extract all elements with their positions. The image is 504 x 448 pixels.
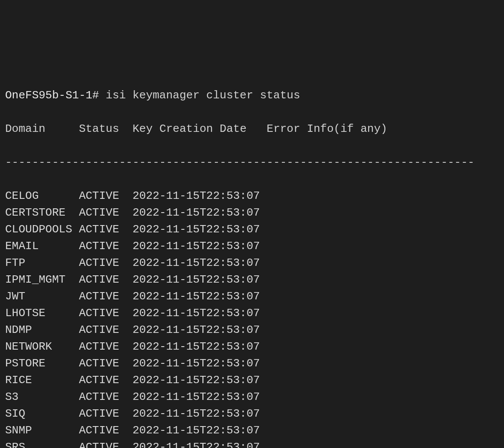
cell-status: ACTIVE (79, 340, 133, 353)
cell-domain: S3 (5, 390, 79, 403)
cell-status: ACTIVE (79, 441, 133, 448)
cell-domain: SIQ (5, 407, 79, 420)
table-row: IPMI_MGMT ACTIVE 2022-11-15T22:53:07 (5, 271, 499, 288)
cell-date: 2022-11-15T22:53:07 (132, 223, 260, 236)
cell-status: ACTIVE (79, 307, 133, 320)
cell-status: ACTIVE (79, 206, 133, 219)
table-body: CELOG ACTIVE 2022-11-15T22:53:07CERTSTOR… (5, 188, 499, 448)
cell-domain: SRS (5, 441, 79, 448)
cell-domain: EMAIL (5, 240, 79, 253)
cell-date: 2022-11-15T22:53:07 (132, 256, 260, 269)
cell-status: ACTIVE (79, 189, 133, 202)
table-row: SRS ACTIVE 2022-11-15T22:53:07 (5, 439, 499, 448)
cell-date: 2022-11-15T22:53:07 (132, 273, 260, 286)
header-key-creation-date: Key Creation Date (132, 122, 246, 135)
table-row: CELOG ACTIVE 2022-11-15T22:53:07 (5, 188, 499, 204)
table-row: NDMP ACTIVE 2022-11-15T22:53:07 (5, 322, 499, 338)
cell-date: 2022-11-15T22:53:07 (132, 307, 260, 320)
command-text: isi keymanager cluster status (106, 87, 300, 104)
cell-date: 2022-11-15T22:53:07 (132, 357, 260, 370)
header-status: Status (79, 122, 119, 135)
cell-date: 2022-11-15T22:53:07 (132, 290, 260, 303)
cell-domain: CLOUDPOOLS (5, 223, 79, 236)
table-header: Domain Status Key Creation Date Error In… (5, 121, 499, 137)
prompt-line[interactable]: OneFS95b-S1-1# isi keymanager cluster st… (5, 87, 499, 104)
table-row: PSTORE ACTIVE 2022-11-15T22:53:07 (5, 355, 499, 372)
cell-status: ACTIVE (79, 290, 133, 303)
cell-domain: CELOG (5, 189, 79, 202)
cell-domain: NDMP (5, 323, 79, 336)
cell-date: 2022-11-15T22:53:07 (132, 407, 260, 420)
cell-status: ACTIVE (79, 323, 133, 336)
cell-domain: SNMP (5, 424, 79, 437)
cell-status: ACTIVE (79, 240, 133, 253)
table-row: RICE ACTIVE 2022-11-15T22:53:07 (5, 372, 499, 389)
cell-domain: IPMI_MGMT (5, 273, 79, 286)
header-error-info: Error Info(if any) (267, 122, 388, 135)
cell-date: 2022-11-15T22:53:07 (132, 340, 260, 353)
table-row: CERTSTORE ACTIVE 2022-11-15T22:53:07 (5, 204, 499, 221)
cell-status: ACTIVE (79, 407, 133, 420)
cell-date: 2022-11-15T22:53:07 (132, 374, 260, 387)
table-row: EMAIL ACTIVE 2022-11-15T22:53:07 (5, 238, 499, 255)
cell-date: 2022-11-15T22:53:07 (132, 441, 260, 448)
table-row: S3 ACTIVE 2022-11-15T22:53:07 (5, 389, 499, 405)
table-row: SIQ ACTIVE 2022-11-15T22:53:07 (5, 405, 499, 422)
cell-status: ACTIVE (79, 273, 133, 286)
cell-status: ACTIVE (79, 223, 133, 236)
table-row: FTP ACTIVE 2022-11-15T22:53:07 (5, 255, 499, 271)
cell-status: ACTIVE (79, 424, 133, 437)
shell-prompt: OneFS95b-S1-1# (5, 87, 106, 104)
cell-status: ACTIVE (79, 256, 133, 269)
cell-domain: CERTSTORE (5, 206, 79, 219)
cell-domain: RICE (5, 374, 79, 387)
header-domain: Domain (5, 122, 46, 135)
table-row: JWT ACTIVE 2022-11-15T22:53:07 (5, 288, 499, 305)
cell-status: ACTIVE (79, 357, 133, 370)
table-row: LHOTSE ACTIVE 2022-11-15T22:53:07 (5, 305, 499, 322)
cell-date: 2022-11-15T22:53:07 (132, 323, 260, 336)
cell-date: 2022-11-15T22:53:07 (132, 189, 260, 202)
cell-status: ACTIVE (79, 374, 133, 387)
cell-domain: PSTORE (5, 357, 79, 370)
table-row: NETWORK ACTIVE 2022-11-15T22:53:07 (5, 338, 499, 355)
cell-date: 2022-11-15T22:53:07 (132, 206, 260, 219)
cell-domain: JWT (5, 290, 79, 303)
cell-domain: FTP (5, 256, 79, 269)
divider-top: ----------------------------------------… (5, 154, 499, 171)
cell-date: 2022-11-15T22:53:07 (132, 390, 260, 403)
terminal-output: OneFS95b-S1-1# isi keymanager cluster st… (5, 70, 499, 448)
table-row: CLOUDPOOLS ACTIVE 2022-11-15T22:53:07 (5, 221, 499, 238)
cell-domain: LHOTSE (5, 307, 79, 320)
cell-domain: NETWORK (5, 340, 79, 353)
cell-date: 2022-11-15T22:53:07 (132, 424, 260, 437)
cell-status: ACTIVE (79, 390, 133, 403)
table-row: SNMP ACTIVE 2022-11-15T22:53:07 (5, 422, 499, 439)
cell-date: 2022-11-15T22:53:07 (132, 240, 260, 253)
